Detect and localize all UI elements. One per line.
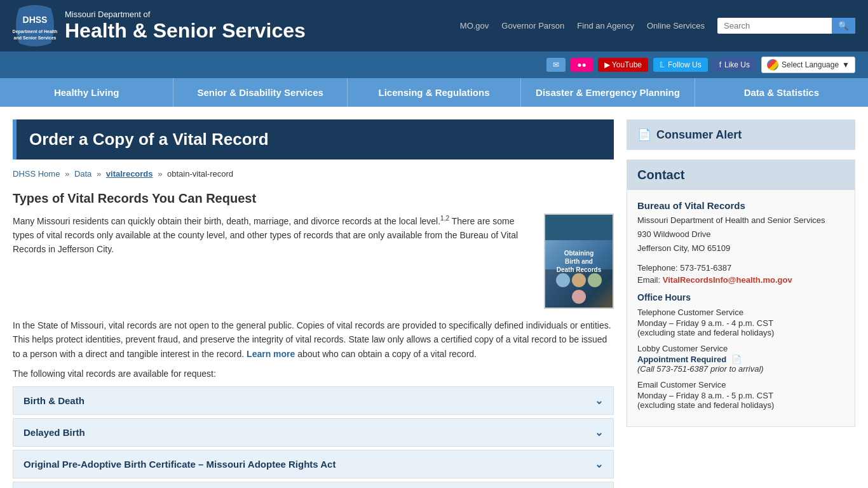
telephone-excluding: (excluding state and federal holidays): [637, 328, 844, 337]
para1-start: Many Missouri residents can quickly obta…: [13, 216, 440, 226]
call-info: (Call 573-751-6387 prior to arrival): [637, 364, 844, 374]
content-text-with-image: Many Missouri residents can quickly obta…: [13, 214, 614, 309]
youtube-social-btn[interactable]: ▶ YouTube: [598, 58, 648, 72]
contact-phone: Telephone: 573-751-6387: [637, 263, 844, 273]
breadcrumb: DHSS Home » Data » vitalrecords » obtain…: [13, 169, 614, 179]
telephone-number: 573-751-6387: [680, 263, 731, 273]
breadcrumb-sep3: »: [158, 169, 165, 179]
main-nav: Healthy Living Senior & Disability Servi…: [0, 78, 868, 107]
breadcrumb-current: obtain-vital-record: [167, 169, 233, 179]
lobby-service-hours: Lobby Customer Service Appointment Requi…: [637, 344, 844, 374]
email-service-hours: Email Customer Service Monday – Friday 8…: [637, 380, 844, 410]
address-line2: Jefferson City, MO 65109: [637, 243, 730, 253]
email-address[interactable]: VitalRecordsInfo@health.mo.gov: [663, 275, 792, 285]
address-line1: 930 Wildwood Drive: [637, 229, 711, 239]
accordion-header-pre-adoptive[interactable]: Original Pre-Adoptive Birth Certificate …: [13, 451, 613, 478]
dept-name: Missouri Department of Health and Senior…: [637, 215, 825, 225]
telephone-service-name: Telephone Customer Service: [637, 308, 844, 317]
learn-more-link[interactable]: Learn more: [247, 349, 295, 359]
main-column: Order a Copy of a Vital Record DHSS Home…: [13, 119, 614, 488]
email-label: Email:: [637, 275, 660, 285]
nav-senior-disability[interactable]: Senior & Disability Services: [173, 78, 347, 107]
breadcrumb-home[interactable]: DHSS Home: [13, 169, 60, 179]
contact-address: Missouri Department of Health and Senior…: [637, 214, 844, 255]
telephone-hours: Monday – Friday 9 a.m. - 4 p.m. CST: [637, 318, 844, 328]
contact-email: Email: VitalRecordsInfo@health.mo.gov: [637, 275, 844, 285]
dhss-logo: DHSS Department of Health and Senior Ser…: [13, 5, 57, 46]
consumer-alert-header: 📄 Consumer Alert: [627, 120, 855, 149]
contact-content: Bureau of Vital Records Missouri Departm…: [627, 190, 855, 426]
social-bar: ✉ ●● ▶ YouTube 𝕃 Follow Us f Like Us Sel…: [0, 51, 868, 78]
content-section: Types of Vital Records You Can Request M…: [13, 191, 614, 488]
title-line: Health & Senior Services: [65, 19, 306, 43]
accordion: Birth & Death ⌄ Delayed Birth ⌄ Original…: [13, 386, 614, 488]
org-name: Bureau of Vital Records: [637, 200, 844, 211]
nav-disaster-emergency[interactable]: Disaster & Emergency Planning: [521, 78, 695, 107]
twitter-social-btn[interactable]: 𝕃 Follow Us: [653, 58, 708, 72]
sidebar: 📄 Consumer Alert Contact Bureau of Vital…: [627, 119, 855, 488]
mo-gov-link[interactable]: MO.gov: [460, 21, 489, 30]
contact-heading: Contact: [637, 168, 844, 182]
nav-data-statistics[interactable]: Data & Statistics: [695, 78, 868, 107]
header-nav: MO.gov Governor Parson Find an Agency On…: [460, 18, 855, 34]
svg-text:DHSS: DHSS: [23, 15, 48, 25]
consumer-alert-box: 📄 Consumer Alert: [627, 119, 855, 150]
accordion-header-delayed-birth[interactable]: Delayed Birth ⌄: [13, 419, 613, 446]
nav-licensing-regulations[interactable]: Licensing & Regulations: [348, 78, 521, 107]
office-hours-title: Office Hours: [637, 292, 844, 302]
telephone-label: Telephone:: [637, 263, 678, 273]
image-label: ObtainingBirth andDeath Records: [557, 249, 602, 274]
flickr-social-btn[interactable]: ●●: [571, 58, 593, 72]
vital-records-image: ObtainingBirth andDeath Records: [544, 214, 614, 309]
breadcrumb-sep2: »: [97, 169, 104, 179]
select-language-button[interactable]: Select Language ▼: [761, 57, 855, 73]
search-button[interactable]: 🔍: [832, 18, 855, 34]
accordion-label-birth-death: Birth & Death: [24, 395, 85, 406]
alert-icon: 📄: [637, 128, 651, 142]
breadcrumb-data[interactable]: Data: [74, 169, 92, 179]
search-input[interactable]: [717, 18, 832, 34]
breadcrumb-sep1: »: [65, 169, 72, 179]
accordion-marriage: Marriage ⌄: [13, 482, 614, 488]
section-heading: Types of Vital Records You Can Request: [13, 191, 614, 206]
top-nav-links: MO.gov Governor Parson Find an Agency On…: [460, 18, 855, 34]
telephone-service-hours: Telephone Customer Service Monday – Frid…: [637, 308, 844, 337]
header-top: DHSS Department of Health and Senior Ser…: [0, 0, 868, 51]
accordion-pre-adoptive: Original Pre-Adoptive Birth Certificate …: [13, 450, 614, 478]
consumer-alert-title: Consumer Alert: [656, 128, 742, 142]
para2-end: about who can obtain a copy of a vital r…: [297, 349, 477, 359]
dept-line: Missouri Department of: [65, 10, 306, 19]
logo-area: DHSS Department of Health and Senior Ser…: [13, 5, 306, 46]
pdf-icon: 📄: [731, 355, 742, 364]
accordion-header-birth-death[interactable]: Birth & Death ⌄: [13, 387, 613, 414]
para1: Many Missouri residents can quickly obta…: [13, 214, 534, 257]
logo-text: Missouri Department of Health & Senior S…: [65, 10, 306, 43]
online-services-link[interactable]: Online Services: [647, 21, 705, 30]
find-agency-link[interactable]: Find an Agency: [577, 21, 634, 30]
chevron-icon-birth-death: ⌄: [595, 395, 603, 407]
chevron-icon-delayed-birth: ⌄: [595, 426, 603, 438]
available-text: The following vital records are availabl…: [13, 369, 614, 379]
chevron-down-icon: ▼: [842, 60, 850, 69]
content-text: Many Missouri residents can quickly obta…: [13, 214, 534, 309]
lobby-service-name: Lobby Customer Service: [637, 344, 844, 353]
svg-text:and Senior Services: and Senior Services: [14, 36, 57, 40]
accordion-label-delayed-birth: Delayed Birth: [24, 427, 85, 438]
page-content: Order a Copy of a Vital Record DHSS Home…: [0, 107, 868, 488]
accordion-header-marriage[interactable]: Marriage ⌄: [13, 482, 613, 488]
breadcrumb-vital-records[interactable]: vitalrecords: [106, 169, 153, 179]
appointment-required: Appointment Required 📄: [637, 355, 844, 364]
svg-text:Department of Health: Department of Health: [13, 29, 57, 34]
facebook-social-btn[interactable]: f Like Us: [713, 58, 756, 72]
page-title: Order a Copy of a Vital Record: [29, 130, 601, 149]
accordion-label-pre-adoptive: Original Pre-Adoptive Birth Certificate …: [24, 459, 336, 470]
contact-box: Contact Bureau of Vital Records Missouri…: [627, 159, 855, 427]
accordion-delayed-birth: Delayed Birth ⌄: [13, 418, 614, 447]
email-service-name: Email Customer Service: [637, 380, 844, 390]
search-box[interactable]: 🔍: [717, 18, 855, 34]
nav-healthy-living[interactable]: Healthy Living: [0, 78, 173, 107]
email-hours: Monday – Friday 8 a.m. - 5 p.m. CST: [637, 391, 844, 400]
governor-link[interactable]: Governor Parson: [501, 21, 564, 30]
email-social-btn[interactable]: ✉: [546, 58, 566, 72]
para2: In the State of Missouri, vital records …: [13, 318, 614, 361]
